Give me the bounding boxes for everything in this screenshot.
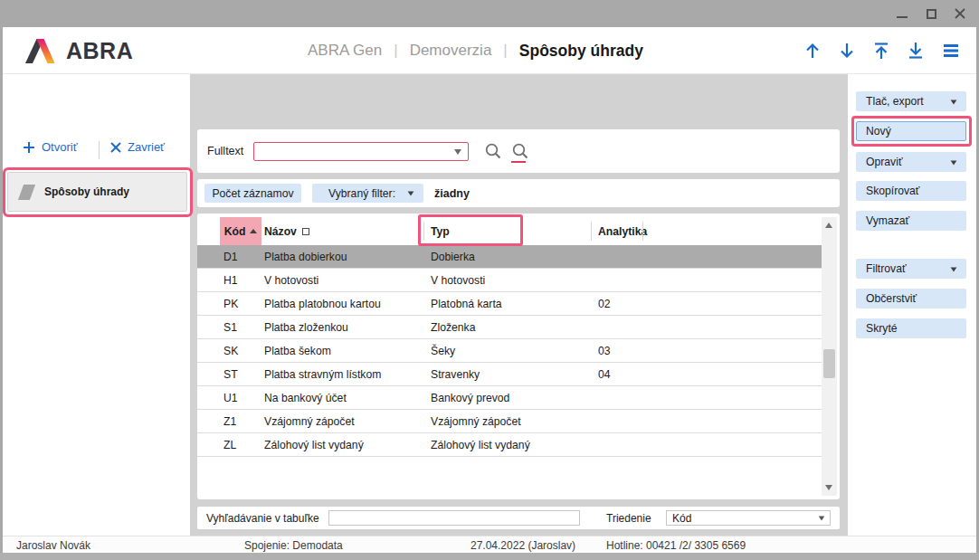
table-footer: Vyhľadávanie v tabuľke Triedenie Kód — [197, 507, 840, 529]
chevron-down-icon — [819, 517, 824, 521]
status-bar: Jaroslav Novák Spojenie: Demodata 27.04.… — [3, 536, 976, 553]
table-cell: Na bankový účet — [264, 386, 347, 410]
table-cell: Zálohový list vydaný — [431, 433, 530, 457]
window-content: ABRA ABRA Gen | Demoverzia | Spôsoby úhr… — [3, 27, 976, 553]
table-row[interactable]: D1Platba dobierkouDobierka — [197, 245, 822, 269]
table-cell: 02 — [598, 292, 611, 316]
column-label: Kód — [224, 225, 246, 238]
menu-icon[interactable] — [940, 41, 962, 61]
close-tab-button[interactable]: Zavrieť — [110, 140, 165, 154]
table-row[interactable]: SKPlatba šekomŠeky03 — [197, 339, 822, 363]
scrollbar-thumb[interactable] — [823, 349, 835, 378]
table-cell: Z1 — [223, 410, 236, 433]
fulltext-label: Fulltext — [207, 129, 243, 173]
fulltext-combobox[interactable] — [253, 142, 469, 161]
table-cell: Vzájomný zápočet — [264, 410, 355, 433]
window-bottom-border — [0, 553, 979, 560]
table-cell: Platba zloženkou — [264, 316, 348, 339]
page-title: Spôsoby úhrady — [519, 42, 643, 61]
agenda-icon — [18, 185, 35, 200]
button-label: Opraviť — [866, 156, 902, 168]
button-label: Vymazať — [866, 214, 909, 227]
scroll-up-icon[interactable] — [825, 223, 832, 228]
sidebar-item-sposoby-uhrady[interactable]: Spôsoby úhrady — [7, 172, 187, 212]
selected-filter-label: Vybraný filter: — [328, 187, 395, 200]
fulltext-search-underline — [511, 161, 526, 163]
copy-button[interactable]: Skopírovať — [856, 181, 966, 201]
status-connection: Spojenie: Demodata — [244, 536, 343, 554]
column-header-kod[interactable]: Kód — [220, 217, 261, 245]
move-down-icon[interactable] — [837, 41, 857, 61]
chevron-down-icon — [951, 100, 957, 104]
table-body: D1Platba dobierkouDobierkaH1V hotovostiV… — [197, 245, 822, 457]
fulltext-input[interactable] — [257, 144, 449, 159]
close-button[interactable] — [950, 4, 970, 24]
table-row[interactable]: U1Na bankový účetBankový prevod — [197, 386, 822, 410]
move-first-icon[interactable] — [871, 41, 891, 61]
close-label: Zavrieť — [128, 140, 165, 154]
move-up-icon[interactable] — [803, 41, 822, 61]
table-row[interactable]: PKPlatba platobnou kartouPlatobná karta0… — [197, 292, 822, 316]
button-label: Nový — [866, 125, 891, 138]
minimize-icon — [897, 16, 908, 18]
abra-logo-icon — [24, 37, 59, 64]
chevron-down-icon[interactable] — [454, 149, 461, 155]
move-last-icon[interactable] — [906, 41, 926, 61]
new-button[interactable]: Nový — [856, 121, 966, 141]
table-cell: Zálohový list vydaný — [264, 433, 364, 457]
abra-logo-text: ABRA — [66, 38, 133, 64]
column-label: Analytika — [598, 225, 647, 238]
table-cell: Platba šekom — [264, 339, 331, 363]
table-row[interactable]: S1Platba zloženkouZloženka — [197, 316, 822, 339]
column-header-nazov[interactable]: Názov — [264, 217, 309, 245]
button-label: Tlač, export — [866, 95, 924, 108]
minimize-button[interactable] — [892, 4, 912, 24]
sidebar-item-label: Spôsoby úhrady — [44, 185, 129, 198]
scroll-down-icon[interactable] — [825, 485, 832, 490]
selected-filter-dropdown[interactable]: Vybraný filter: — [312, 184, 423, 203]
table-cell: V hotovosti — [431, 269, 485, 292]
table-cell: ST — [223, 363, 238, 386]
window-controls — [892, 0, 970, 27]
open-button[interactable]: Otvoriť — [23, 140, 78, 154]
search-icon[interactable] — [483, 141, 503, 164]
app-window: ABRA ABRA Gen | Demoverzia | Spôsoby úhr… — [0, 0, 979, 560]
column-header-typ[interactable]: Typ — [431, 217, 450, 245]
table-cell: PK — [223, 292, 238, 316]
breadcrumb: ABRA Gen | Demoverzia | Spôsoby úhrady — [308, 27, 643, 74]
table-row[interactable]: ZLZálohový list vydanýZálohový list vyda… — [197, 433, 822, 457]
chevron-down-icon — [408, 191, 414, 195]
table-cell: D1 — [223, 245, 238, 269]
delete-button[interactable]: Vymazať — [856, 211, 966, 231]
table-cell: Zloženka — [431, 316, 475, 339]
table-row[interactable]: Z1Vzájomný zápočetVzájomný zápočet — [197, 410, 822, 433]
table-row[interactable]: STPlatba stravným lístkomStravenky04 — [197, 363, 822, 386]
record-count-label: Počet záznamov — [212, 187, 293, 200]
column-divider — [642, 222, 643, 241]
hidden-button[interactable]: Skryté — [856, 318, 966, 338]
refresh-button[interactable]: Občerstviť — [856, 289, 966, 308]
sort-dropdown[interactable]: Kód — [666, 510, 831, 526]
button-label: Skryté — [866, 322, 898, 335]
edit-button[interactable]: Opraviť — [856, 152, 966, 172]
table-cell: U1 — [223, 386, 238, 410]
column-header-analytika[interactable]: Analytika — [598, 217, 647, 245]
table-cell: Platba platobnou kartou — [264, 292, 381, 316]
button-label: Filtrovať — [866, 262, 907, 275]
records-table: Kód Názov Typ Analytika D1Platba dobierk… — [197, 214, 840, 499]
maximize-button[interactable] — [921, 4, 941, 24]
column-label: Názov — [264, 225, 297, 238]
table-row[interactable]: H1V hotovostiV hotovosti — [197, 269, 822, 292]
table-scrollbar[interactable] — [822, 217, 837, 496]
table-cell: Platba stravným lístkom — [264, 363, 381, 386]
print-export-button[interactable]: Tlač, export — [856, 91, 966, 111]
column-options-icon[interactable] — [302, 228, 309, 235]
open-label: Otvoriť — [42, 140, 78, 154]
maximize-icon — [927, 9, 936, 19]
table-cell: 03 — [598, 339, 611, 363]
status-hotline: Hotline: 00421 /2/ 3305 6569 — [606, 536, 746, 554]
table-cell: 04 — [598, 363, 611, 386]
filter-button[interactable]: Filtrovať — [856, 259, 966, 279]
table-search-input[interactable] — [328, 510, 580, 526]
record-count-button[interactable]: Počet záznamov — [204, 184, 301, 203]
